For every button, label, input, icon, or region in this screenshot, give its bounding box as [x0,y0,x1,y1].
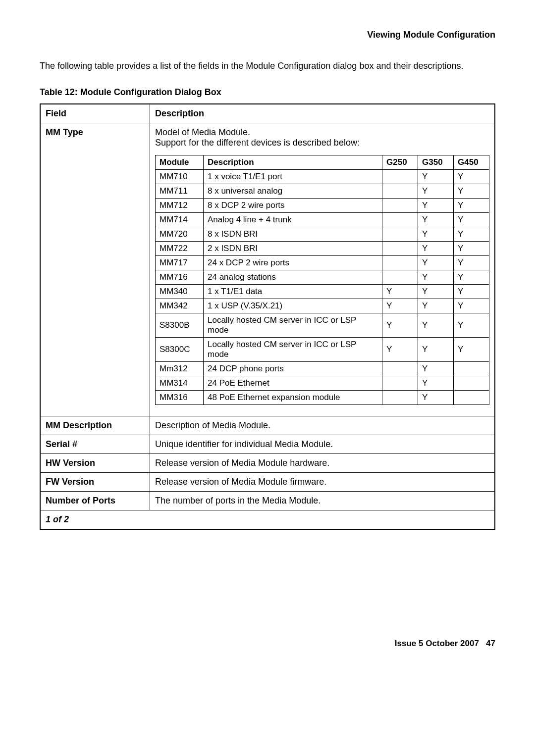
cell-g450: Y [454,285,489,299]
cell-desc: Analog 4 line + 4 trunk [204,213,382,227]
cell-g250: Y [382,313,418,338]
field-label: FW Version [40,473,150,492]
footer-issue: Issue 5 October 2007 [395,639,479,648]
field-desc: Release version of Media Module firmware… [150,473,495,492]
cell-g450: Y [454,256,489,270]
table-row: MM DescriptionDescription of Media Modul… [40,416,495,435]
cell-g250 [382,227,418,242]
field-desc: Release version of Media Module hardware… [150,454,495,473]
inner-header-g450: G450 [454,155,489,170]
table-row: MM71624 analog stationsYY [156,270,489,285]
table-row: MM31648 PoE Ethernet expansion moduleY [156,391,489,405]
cell-g250 [382,213,418,227]
cell-desc: Locally hosted CM server in ICC or LSP m… [204,313,382,338]
table-row: S8300BLocally hosted CM server in ICC or… [156,313,489,338]
cell-g250: Y [382,299,418,313]
intro-paragraph: The following table provides a list of t… [40,60,495,72]
cell-g250 [382,184,418,199]
cell-g250 [382,362,418,376]
cell-g450 [454,391,489,405]
cell-g350: Y [418,313,454,338]
page-footer: Issue 5 October 2007 47 [40,639,495,649]
inner-header-g350: G350 [418,155,454,170]
cell-module: MM316 [156,391,204,405]
config-table: Field Description MM Type Model of Media… [40,103,495,530]
table-row: MM714Analog 4 line + 4 trunkYY [156,213,489,227]
cell-module: MM712 [156,199,204,213]
cell-g450: Y [454,313,489,338]
cell-g350: Y [418,285,454,299]
cell-g450: Y [454,299,489,313]
mm-type-cell: Model of Media Module. Support for the d… [150,123,495,416]
cell-module: MM340 [156,285,204,299]
footer-page: 47 [486,639,495,648]
cell-module: MM717 [156,256,204,270]
table-row: MM7101 x voice T1/E1 portYY [156,170,489,184]
cell-g450: Y [454,213,489,227]
field-label: Number of Ports [40,492,150,510]
cell-g350: Y [418,256,454,270]
cell-module: MM714 [156,213,204,227]
cell-desc: 1 x T1/E1 data [204,285,382,299]
cell-desc: 24 DCP phone ports [204,362,382,376]
mm-type-label: MM Type [40,123,150,416]
cell-desc: 1 x voice T1/E1 port [204,170,382,184]
table-row: FW VersionRelease version of Media Modul… [40,473,495,492]
mm-type-line2: Support for the different devices is des… [155,138,489,148]
cell-g350: Y [418,299,454,313]
cell-g250: Y [382,338,418,362]
header-field: Field [40,104,150,123]
cell-desc: 24 analog stations [204,270,382,285]
cell-desc: 24 PoE Ethernet [204,376,382,391]
field-label: Serial # [40,435,150,454]
cell-module: MM710 [156,170,204,184]
cell-desc: 8 x universal analog [204,184,382,199]
inner-header-g250: G250 [382,155,418,170]
cell-desc: 1 x USP (V.35/X.21) [204,299,382,313]
cell-module: MM342 [156,299,204,313]
cell-g450 [454,376,489,391]
cell-g350: Y [418,170,454,184]
table-title: Table 12: Module Configuration Dialog Bo… [40,87,495,98]
cell-g350: Y [418,213,454,227]
field-desc: Description of Media Module. [150,416,495,435]
cell-desc: 24 x DCP 2 wire ports [204,256,382,270]
cell-desc: 48 PoE Ethernet expansion module [204,391,382,405]
cell-g350: Y [418,376,454,391]
cell-g350: Y [418,242,454,256]
cell-g250 [382,170,418,184]
cell-g450: Y [454,199,489,213]
cell-g250 [382,391,418,405]
cell-g350: Y [418,227,454,242]
mm-type-line1: Model of Media Module. [155,127,489,138]
inner-header-module: Module [156,155,204,170]
cell-g350: Y [418,338,454,362]
cell-g450: Y [454,270,489,285]
section-header: Viewing Module Configuration [40,30,495,40]
cell-g250 [382,242,418,256]
field-desc: Unique identifier for individual Media M… [150,435,495,454]
table-row: S8300CLocally hosted CM server in ICC or… [156,338,489,362]
cell-g350: Y [418,199,454,213]
module-support-table: Module Description G250 G350 G450 MM7101… [155,155,489,405]
cell-g450: Y [454,338,489,362]
table-row: Number of PortsThe number of ports in th… [40,492,495,510]
cell-module: S8300C [156,338,204,362]
cell-module: MM722 [156,242,204,256]
cell-g250: Y [382,285,418,299]
cell-module: MM314 [156,376,204,391]
inner-header-description: Description [204,155,382,170]
table-row: MM31424 PoE EthernetY [156,376,489,391]
table-row: Serial #Unique identifier for individual… [40,435,495,454]
cell-desc: 8 x DCP 2 wire ports [204,199,382,213]
field-label: MM Description [40,416,150,435]
cell-g350: Y [418,391,454,405]
table-row: MM7128 x DCP 2 wire portsYY [156,199,489,213]
cell-module: MM720 [156,227,204,242]
cell-g250 [382,376,418,391]
cell-g250 [382,256,418,270]
cell-g450 [454,362,489,376]
field-desc: The number of ports in the Media Module. [150,492,495,510]
table-row: Mm31224 DCP phone portsY [156,362,489,376]
cell-g350: Y [418,184,454,199]
